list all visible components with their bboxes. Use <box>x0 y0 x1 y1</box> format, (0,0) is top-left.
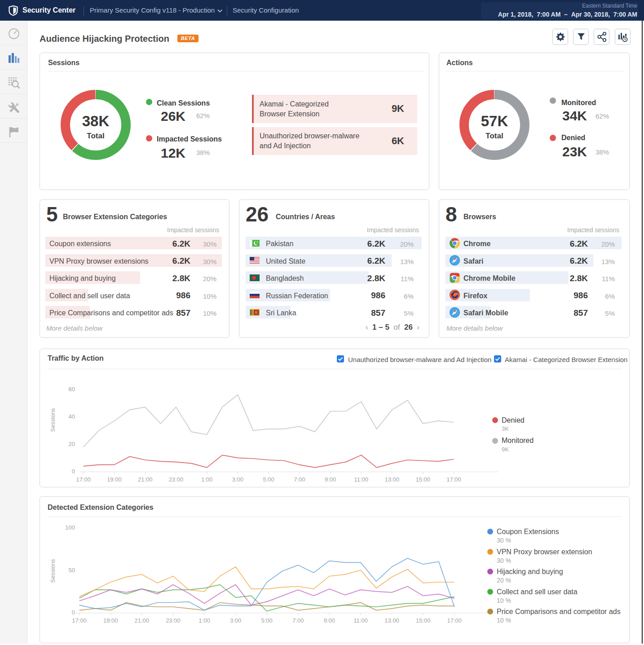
svg-text:21:00: 21:00 <box>138 476 153 483</box>
svg-text:3:00: 3:00 <box>230 617 241 624</box>
svg-text:3:00: 3:00 <box>232 476 243 483</box>
svg-text:Sessions: Sessions <box>49 559 56 583</box>
svg-text:13:00: 13:00 <box>384 617 399 624</box>
svg-text:23:00: 23:00 <box>169 476 184 483</box>
svg-text:19:00: 19:00 <box>103 617 118 624</box>
svg-text:Sessions: Sessions <box>49 408 56 432</box>
svg-text:7:00: 7:00 <box>292 617 304 624</box>
svg-text:1:00: 1:00 <box>198 617 210 624</box>
svg-text:5:00: 5:00 <box>263 476 274 483</box>
svg-text:15:00: 15:00 <box>416 476 431 483</box>
svg-text:23:00: 23:00 <box>166 617 181 624</box>
svg-text:17:00: 17:00 <box>446 476 461 483</box>
svg-text:0: 0 <box>72 468 75 475</box>
svg-text:100: 100 <box>65 524 75 531</box>
svg-text:1:00: 1:00 <box>201 476 212 483</box>
svg-text:17:00: 17:00 <box>76 476 91 483</box>
svg-text:7:00: 7:00 <box>294 476 305 483</box>
svg-text:17:00: 17:00 <box>447 617 462 624</box>
svg-text:20: 20 <box>69 441 75 447</box>
svg-text:13:00: 13:00 <box>385 476 400 483</box>
svg-text:50: 50 <box>69 567 75 574</box>
svg-text:11:00: 11:00 <box>354 476 369 483</box>
svg-text:15:00: 15:00 <box>416 617 431 624</box>
svg-text:11:00: 11:00 <box>353 617 368 624</box>
svg-text:40: 40 <box>69 413 75 420</box>
svg-text:17:00: 17:00 <box>72 617 87 624</box>
svg-text:19:00: 19:00 <box>107 476 122 483</box>
svg-text:9:00: 9:00 <box>324 617 335 624</box>
svg-text:9:00: 9:00 <box>325 476 336 483</box>
svg-text:0: 0 <box>72 609 75 616</box>
svg-text:21:00: 21:00 <box>135 617 150 624</box>
svg-text:5:00: 5:00 <box>261 617 273 624</box>
svg-text:60: 60 <box>69 386 75 393</box>
